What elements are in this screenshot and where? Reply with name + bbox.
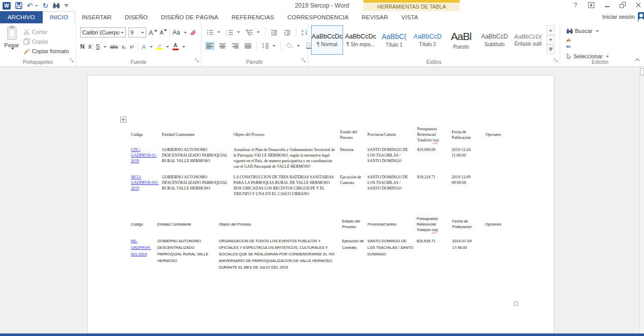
bold-button[interactable]: N [80,43,85,50]
shading-button[interactable] [285,42,301,50]
group-portapapeles: Pegar Cortar Copiar Copiar formato Porta… [0,23,76,66]
process-link[interactable]: MCO-GADPRVH-001-2019 [131,175,159,191]
tab-vista[interactable]: VISTA [395,11,425,23]
decrease-indent-button[interactable] [269,28,279,36]
align-left-button[interactable] [206,42,214,50]
svg-text:A: A [301,29,303,32]
sign-in-link[interactable]: Iniciar sesión [602,14,635,20]
tab-correspondencia[interactable]: CORRESPONDENCIA [281,11,355,23]
group-fuente: Calibri (Cuerpo 9 A A Aa N K S abc x₂ x [76,23,201,66]
process-link[interactable]: RE-GADPRVH-001-2019 [131,239,151,256]
shrink-font-button[interactable]: A [160,29,163,35]
numbering-button[interactable]: 123 [225,28,241,36]
tab-archivo[interactable]: ARCHIVO [0,11,43,23]
scrollbar-thumb[interactable] [640,68,644,76]
align-center-icon [219,43,226,49]
account-avatar-icon[interactable] [638,12,644,22]
tab-referencias[interactable]: REFERENCIAS [225,11,281,23]
superscript-button[interactable]: x² [130,44,134,50]
copy-icon [23,38,30,45]
scissors-icon [23,29,30,35]
style-sin-espaciado[interactable]: AaBbCcDc ¶ Sin espa... [345,25,377,55]
replace-button[interactable]: ab ac Reemplazar [566,38,644,50]
group-label-portapapeles: Portapapeles [0,59,76,65]
cursor-arrow-icon [566,53,571,59]
cut-button[interactable]: Cortar [23,29,69,35]
style-titulo-2[interactable]: AaBbCcD Título 2 [412,25,444,55]
tab-insertar[interactable]: INSERTAR [75,11,118,23]
style-titulo-1[interactable]: AaBbC( Título 1 [378,25,410,55]
table-move-handle[interactable] [120,117,126,123]
title-bar: W ↶ ↻ 2019 Sercop - Word ? [0,0,644,11]
header-fecha: Fecha de Publicación [452,125,486,145]
eraser-icon [189,29,196,35]
subscript-button[interactable]: x₂ [122,44,126,50]
close-button[interactable] [635,2,642,9]
cell-estado: Ejecución de Contrato [340,172,367,200]
select-button[interactable]: Seleccionar [566,53,644,59]
header-objeto: Objeto del Proceso [219,213,342,236]
tab-diseno[interactable]: DISEÑO [118,11,154,23]
styles-gallery-more-button[interactable] [547,45,555,54]
multilevel-list-button[interactable] [245,28,261,36]
restore-button[interactable] [619,2,626,9]
grow-font-button[interactable]: A [149,29,153,36]
tab-inicio[interactable]: INICIO [43,11,75,23]
clear-formatting-button[interactable] [189,28,196,37]
paste-button[interactable]: Pegar [2,26,22,60]
vertical-scrollbar[interactable] [639,67,644,333]
header-provincia: Provincia/Cantón [367,125,417,145]
contextual-header: HERRAMIENTAS DE TABLA [363,4,460,10]
grow-font-arrow-icon [154,29,157,31]
font-name-combo[interactable]: Calibri (Cuerpo [80,27,126,38]
font-color-button[interactable]: A [173,43,185,51]
style-puesto[interactable]: AaBl Puesto [445,25,477,55]
parrafo-dialog-launcher-icon[interactable] [301,55,306,64]
strikethrough-button[interactable]: abc [110,44,118,50]
header-codigo: Código [131,125,162,145]
fuente-dialog-launcher-icon[interactable] [195,55,199,64]
document-page[interactable]: Código Entidad Contratante Objeto del Pr… [87,75,554,333]
format-painter-button[interactable]: Copiar formato [23,48,69,54]
tab-revisar[interactable]: REVISAR [355,11,395,23]
find-button[interactable]: Buscar [566,28,644,34]
process-link[interactable]: CDC-GADPRVH-01-2019 [131,147,157,163]
align-center-button[interactable] [218,42,227,50]
increase-indent-button[interactable] [283,28,292,36]
underline-button[interactable]: S [96,43,107,50]
minimize-button[interactable] [603,2,611,9]
bullets-button[interactable] [206,28,221,36]
tab-diseno-de-pagina[interactable]: DISEÑO DE PÁGINA [154,11,225,23]
estilos-dialog-launcher-icon[interactable] [554,55,558,64]
font-size-combo[interactable]: 9 [128,27,146,38]
collapse-ribbon-button[interactable] [635,54,640,63]
table-row: RE-GADPRVH-001-2019 GOBIERNO AUTONOMO DE… [131,236,507,274]
copy-button[interactable]: Copiar [23,38,69,45]
text-effects-button[interactable]: A [142,43,153,51]
line-spacing-button[interactable] [261,42,277,50]
align-right-button[interactable] [231,42,240,50]
group-parrafo: 123 AZ ¶ [201,23,308,66]
cell-entidad: GOBIERNO AUTONOMO DESCENTRALIZADO PARROQ… [162,172,233,200]
header-opciones: Opciones [485,213,507,236]
ribbon-display-options-button[interactable] [588,2,595,9]
style-subtitulo[interactable]: AaBbCcD Subtítulo [479,25,511,55]
highlight-color-button[interactable] [156,44,169,50]
group-label-parrafo: Párrafo [201,59,308,65]
change-case-button[interactable]: Aa [173,29,187,36]
style-normal[interactable]: AaBbCcDc ¶ Normal [311,25,343,55]
justify-button[interactable] [244,42,252,50]
help-button[interactable]: ? [572,2,579,9]
cell-entidad: GOBIERNO AUTONOMO DESCENTRALIZADO PARROQ… [162,145,233,172]
portapapeles-dialog-launcher-icon[interactable] [70,55,74,64]
italic-button[interactable]: K [88,43,92,51]
paste-dropdown-icon[interactable] [11,48,14,50]
styles-scroll-down-button[interactable] [547,35,555,45]
table-move-cross-icon [121,118,125,122]
styles-scroll-up-button[interactable] [547,25,555,35]
cell-presupuesto: $18,218.71 [417,172,452,200]
style-enfasis-sutil[interactable]: AaBbCcD( Énfasis sutil [512,25,544,55]
cell-opciones [485,236,507,274]
header-entidad: Entidad Contratante [157,213,219,236]
document-area: Código Entidad Contratante Objeto del Pr… [0,67,644,333]
